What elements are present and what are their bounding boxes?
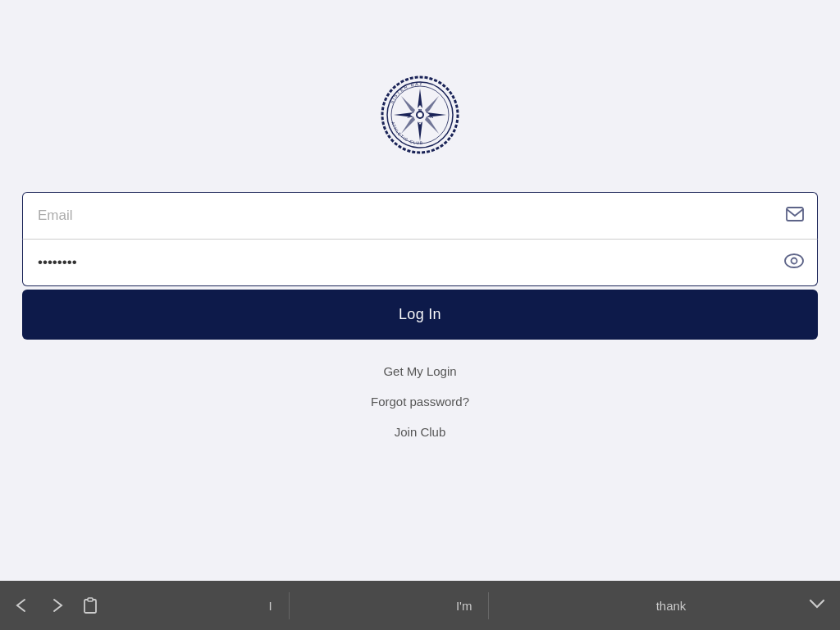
email-input-wrapper <box>22 192 818 240</box>
link-container: Get My Login Forgot password? Join Club <box>22 364 818 439</box>
password-input-wrapper <box>22 240 818 286</box>
get-my-login-link[interactable]: Get My Login <box>383 364 456 378</box>
svg-marker-10 <box>425 116 439 134</box>
email-input[interactable] <box>23 193 817 239</box>
svg-text:SISTER BAY: SISTER BAY <box>389 81 423 104</box>
main-content: B S A C SISTER BAY ATHLETIC CLUB <box>0 0 840 581</box>
logo-container: B S A C SISTER BAY ATHLETIC CLUB <box>379 74 461 159</box>
login-button[interactable]: Log In <box>22 290 818 340</box>
toolbar-word-suggestions: I I'm thank <box>177 592 778 619</box>
bottom-toolbar: I I'm thank <box>0 581 840 630</box>
keyboard-dismiss-icon[interactable] <box>807 596 827 616</box>
login-form: Log In Get My Login Forgot password? Joi… <box>22 192 818 439</box>
toolbar-nav-icons <box>13 596 177 614</box>
forgot-password-link[interactable]: Forgot password? <box>371 395 469 409</box>
password-input[interactable] <box>23 240 817 285</box>
clipboard-icon[interactable] <box>82 596 98 614</box>
suggestion-word-1[interactable]: I <box>253 592 290 619</box>
svg-point-21 <box>792 258 797 264</box>
toolbar-right <box>778 596 827 616</box>
svg-marker-6 <box>394 112 413 117</box>
svg-rect-23 <box>88 598 93 601</box>
suggestion-word-2[interactable]: I'm <box>440 592 490 619</box>
svg-text:B: B <box>418 107 422 114</box>
app-logo: B S A C SISTER BAY ATHLETIC CLUB <box>379 74 461 156</box>
show-password-icon[interactable] <box>784 253 804 272</box>
svg-point-20 <box>785 254 803 267</box>
svg-marker-9 <box>401 96 415 113</box>
svg-rect-19 <box>787 208 803 221</box>
svg-text:C: C <box>418 121 422 126</box>
svg-marker-3 <box>418 89 422 108</box>
forward-icon[interactable] <box>48 597 66 614</box>
svg-marker-8 <box>401 116 415 134</box>
suggestion-word-3[interactable]: thank <box>640 592 703 619</box>
email-icon <box>786 207 804 225</box>
join-club-link[interactable]: Join Club <box>395 425 446 439</box>
svg-marker-7 <box>425 96 439 113</box>
svg-text:A: A <box>430 114 434 119</box>
back-icon[interactable] <box>13 597 31 614</box>
